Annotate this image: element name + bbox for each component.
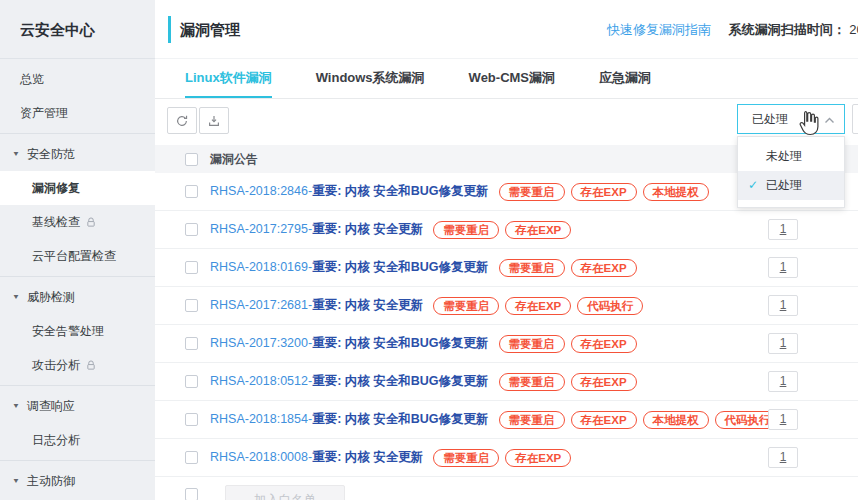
main-content: 漏洞管理 快速修复漏洞指南 系统漏洞扫描时间： 2019年7月12 Linux软… [155, 0, 858, 500]
vuln-id: RHSA-2018:0008- [210, 450, 312, 464]
affected-count[interactable]: 1 [768, 409, 798, 430]
vuln-announcement-link[interactable]: RHSA-2018:0008-重要: 内核 安全更新 [210, 449, 423, 466]
vuln-announcement-link[interactable]: RHSA-2018:2846-重要: 内核 安全和BUG修复更新 [210, 183, 489, 200]
sidebar-item-label: 威胁检测 [27, 280, 75, 314]
toolbar [167, 107, 229, 134]
table-row: RHSA-2018:0008-重要: 内核 安全更新需要重启存在EXP1 [155, 439, 858, 477]
sidebar-item-label: 基线检查 [32, 205, 80, 239]
header-right: 快速修复漏洞指南 系统漏洞扫描时间： 2019年7月12 [607, 0, 858, 59]
checkmark-icon: ✓ [748, 171, 758, 200]
footer-select-checkbox[interactable] [185, 488, 198, 500]
vuln-announcement-link[interactable]: RHSA-2018:0512-重要: 内核 安全和BUG修复更新 [210, 373, 489, 390]
refresh-button[interactable] [167, 107, 197, 134]
table-row: RHSA-2017:3200-重要: 内核 安全和BUG修复更新需要重启存在EX… [155, 325, 858, 363]
row-checkbox[interactable] [185, 185, 198, 198]
vuln-title: 重要: 内核 安全更新 [312, 450, 423, 464]
triangle-down-icon: ▼ [12, 466, 20, 497]
sidebar-item[interactable]: 攻击分析 [0, 348, 155, 382]
row-checkbox[interactable] [185, 337, 198, 350]
vuln-tag: 需要重启 [499, 373, 565, 391]
vuln-announcement-link[interactable]: RHSA-2018:0169-重要: 内核 安全和BUG修复更新 [210, 259, 489, 276]
tab[interactable]: Web-CMS漏洞 [469, 59, 555, 98]
vuln-title: 重要: 内核 安全和BUG修复更新 [312, 374, 488, 388]
vuln-tag: 存在EXP [505, 449, 571, 467]
row-checkbox[interactable] [185, 261, 198, 274]
sidebar-item-label: 漏洞修复 [32, 171, 80, 205]
sidebar-item-label: 攻击分析 [32, 348, 80, 382]
tag-list: 需要重启存在EXP [499, 373, 637, 391]
vuln-id: RHSA-2018:1854- [210, 412, 312, 426]
dropdown-option-label: 已处理 [766, 178, 802, 192]
app-title: 云安全中心 [0, 0, 155, 59]
vuln-tag: 需要重启 [499, 259, 565, 277]
row-checkbox[interactable] [185, 451, 198, 464]
triangle-down-icon: ▼ [12, 139, 20, 170]
vuln-title: 重要: 内核 安全和BUG修复更新 [312, 336, 488, 350]
row-checkbox[interactable] [185, 375, 198, 388]
affected-count[interactable]: 1 [768, 333, 798, 354]
vuln-title: 重要: 内核 安全和BUG修复更新 [312, 184, 488, 198]
affected-count[interactable]: 1 [768, 447, 798, 468]
affected-count[interactable]: 1 [768, 219, 798, 240]
select-all-checkbox[interactable] [185, 153, 198, 166]
vuln-announcement-link[interactable]: RHSA-2018:1854-重要: 内核 安全和BUG修复更新 [210, 411, 489, 428]
table-row: RHSA-2018:0512-重要: 内核 安全和BUG修复更新需要重启存在EX… [155, 363, 858, 401]
download-icon [207, 114, 221, 128]
sidebar-item[interactable]: ▼调查响应 [0, 389, 155, 423]
tab[interactable]: Linux软件漏洞 [185, 59, 272, 98]
table-row: RHSA-2018:0169-重要: 内核 安全和BUG修复更新需要重启存在EX… [155, 249, 858, 287]
sidebar-nav: 总览资产管理▼安全防范漏洞修复基线检查云平台配置检查▼威胁检测安全告警处理攻击分… [0, 59, 155, 500]
row-checkbox[interactable] [185, 413, 198, 426]
vuln-tag: 本地提权 [643, 411, 709, 429]
page-header: 漏洞管理 快速修复漏洞指南 系统漏洞扫描时间： 2019年7月12 [155, 0, 858, 59]
chevron-up-icon [824, 115, 835, 126]
tab[interactable]: Windows系统漏洞 [316, 59, 425, 98]
sidebar-item-label: 日志分析 [32, 423, 80, 457]
vuln-announcement-link[interactable]: RHSA-2017:2795-重要: 内核 安全更新 [210, 221, 423, 238]
vuln-announcement-link[interactable]: RHSA-2017:3200-重要: 内核 安全和BUG修复更新 [210, 335, 489, 352]
vuln-tag: 需要重启 [499, 335, 565, 353]
vuln-tag: 存在EXP [571, 411, 637, 429]
sidebar-divider [0, 385, 155, 386]
dropdown-option[interactable]: 未处理 [738, 142, 844, 171]
sidebar-item[interactable]: 基线检查 [0, 205, 155, 239]
vuln-tag: 需要重启 [433, 297, 499, 315]
sidebar-item-label: 总览 [20, 62, 44, 96]
sidebar-item-label: 资产管理 [20, 96, 68, 130]
dropdown-option[interactable]: ✓已处理 [738, 171, 844, 200]
sidebar-item[interactable]: 安全告警处理 [0, 314, 155, 348]
affected-count[interactable]: 1 [768, 257, 798, 278]
download-button[interactable] [199, 107, 229, 134]
triangle-down-icon: ▼ [12, 391, 20, 422]
status-filter-dropdown: 未处理✓已处理 [737, 136, 845, 208]
sidebar-item[interactable]: 云平台配置检查 [0, 239, 155, 273]
add-whitelist-button[interactable]: 加入白名单 [225, 485, 345, 500]
sidebar-item[interactable]: ▼威胁检测 [0, 280, 155, 314]
table-row: RHSA-2017:2795-重要: 内核 安全更新需要重启存在EXP1 [155, 211, 858, 249]
sidebar-item[interactable]: ▼主动防御 [0, 464, 155, 498]
vuln-id: RHSA-2018:0169- [210, 260, 312, 274]
sidebar-item[interactable]: 资产管理 [0, 96, 155, 130]
refresh-icon [175, 114, 189, 128]
vuln-title: 重要: 内核 安全更新 [312, 222, 423, 236]
clipped-right-control[interactable] [852, 104, 858, 134]
sidebar-item[interactable]: 总览 [0, 62, 155, 96]
sidebar-item[interactable]: 日志分析 [0, 423, 155, 457]
sidebar-divider [0, 460, 155, 461]
affected-count[interactable]: 1 [768, 371, 798, 392]
sidebar-divider [0, 133, 155, 134]
sidebar-item[interactable]: 漏洞修复 [0, 171, 155, 205]
vuln-announcement-link[interactable]: RHSA-2017:2681-重要: 内核 安全更新 [210, 297, 423, 314]
scan-time-label: 系统漏洞扫描时间： [729, 22, 846, 37]
row-checkbox[interactable] [185, 299, 198, 312]
triangle-down-icon: ▼ [12, 282, 20, 313]
vulnerability-list: RHSA-2018:2846-重要: 内核 安全和BUG修复更新需要重启存在EX… [155, 173, 858, 477]
status-filter-select[interactable]: 已处理 [737, 104, 845, 134]
table-row: RHSA-2017:2681-重要: 内核 安全更新需要重启存在EXP代码执行1 [155, 287, 858, 325]
row-checkbox[interactable] [185, 223, 198, 236]
affected-count[interactable]: 1 [768, 295, 798, 316]
sidebar-item[interactable]: ▼安全防范 [0, 137, 155, 171]
tab[interactable]: 应急漏洞 [599, 59, 651, 98]
quick-fix-guide-link[interactable]: 快速修复漏洞指南 [607, 22, 711, 37]
vuln-tag: 需要重启 [433, 449, 499, 467]
